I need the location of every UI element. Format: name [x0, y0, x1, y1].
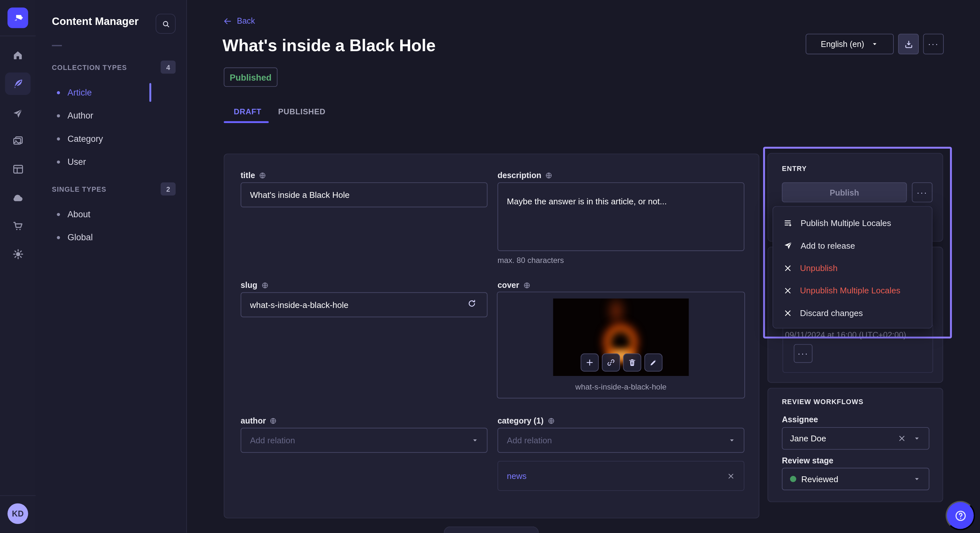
ellipsis-icon: ··· [928, 40, 939, 48]
link-icon [606, 358, 616, 367]
menu-item-label: Unpublish Multiple Locales [800, 286, 900, 295]
globe-icon [523, 281, 530, 289]
assignee-select[interactable]: Jane Doe [782, 427, 929, 449]
chevron-down-icon [913, 434, 921, 443]
chevron-down-icon [913, 475, 921, 484]
bullet-icon [57, 114, 60, 117]
main-sidebar: KD [0, 0, 36, 533]
media-icon [12, 135, 24, 148]
field-label-description: description [498, 170, 552, 180]
add-asset-button[interactable] [581, 354, 599, 372]
menu-item-unpublish-multiple-locales[interactable]: Unpublish Multiple Locales [773, 279, 932, 301]
menu-item-label: Discard changes [800, 308, 863, 318]
review-stage-select[interactable]: Reviewed [782, 468, 929, 490]
download-button[interactable] [898, 34, 919, 54]
label-text: category (1) [498, 416, 544, 425]
header-more-button[interactable]: ··· [923, 34, 944, 54]
sidebar-item-article[interactable]: Article [57, 84, 169, 101]
nav-item-label: About [67, 209, 91, 219]
close-icon [727, 473, 735, 481]
bullet-icon [57, 160, 60, 163]
tab-published[interactable]: PUBLISHED [278, 108, 325, 116]
menu-item-add-to-release[interactable]: Add to release [773, 234, 932, 257]
menu-item-publish-multiple-locales[interactable]: Publish Multiple Locales [773, 212, 932, 234]
bullet-icon [57, 213, 60, 216]
layout-icon [12, 163, 24, 176]
sidebar-item-releases[interactable] [5, 102, 30, 124]
globe-icon [547, 417, 555, 424]
strapi-logo[interactable] [8, 8, 28, 28]
sidebar-item-cloud[interactable] [5, 186, 30, 209]
sidebar-item-media-library[interactable] [5, 130, 30, 152]
menu-item-discard-changes[interactable]: Discard changes [773, 301, 932, 324]
bullet-icon [57, 91, 60, 94]
relation-link[interactable]: news [507, 471, 527, 481]
menu-item-unpublish[interactable]: Unpublish [773, 257, 932, 279]
ellipsis-icon: ··· [917, 188, 928, 196]
content-manager-sidebar: Content Manager COLLECTION TYPES 4 Artic… [36, 0, 187, 533]
sidebar-item-author[interactable]: Author [57, 107, 169, 124]
sidebar-item-home[interactable] [5, 44, 30, 66]
entry-more-button[interactable]: ··· [912, 182, 933, 202]
sidebar-item-settings[interactable] [5, 243, 30, 265]
sidebar-item-marketplace[interactable] [5, 215, 30, 237]
help-button[interactable] [946, 501, 975, 530]
slug-input[interactable] [240, 292, 487, 317]
stage-status-dot [790, 476, 796, 482]
collection-types-count: 4 [161, 60, 176, 73]
tab-draft[interactable]: DRAFT [234, 108, 261, 116]
bullet-icon [57, 137, 60, 140]
nav-item-label: Global [67, 232, 93, 242]
field-label-category: category (1) [498, 416, 555, 425]
home-icon [12, 49, 24, 61]
copy-link-button[interactable] [602, 354, 620, 372]
tab-active-underline [224, 121, 269, 123]
delete-asset-button[interactable] [623, 354, 641, 372]
search-button[interactable] [156, 14, 176, 34]
sidebar-item-global[interactable]: Global [57, 228, 169, 246]
field-label-slug: slug [240, 281, 268, 290]
close-icon [783, 308, 792, 318]
sidebar-item-category[interactable]: Category [57, 130, 169, 148]
category-relation-select[interactable]: Add relation [498, 428, 745, 453]
description-textarea[interactable]: Maybe the answer is in this article, or … [498, 182, 745, 251]
rail-divider-top [0, 36, 36, 36]
remove-relation-button[interactable] [727, 471, 735, 481]
edit-asset-button[interactable] [644, 354, 662, 372]
feather-icon [12, 78, 24, 90]
close-icon [783, 286, 792, 295]
back-label: Back [237, 16, 255, 25]
assignee-value: Jane Doe [790, 434, 826, 443]
globe-icon [270, 417, 277, 424]
publish-button[interactable]: Publish [782, 182, 907, 202]
rail-divider-bottom [0, 495, 36, 496]
clear-icon[interactable] [897, 434, 906, 443]
active-item-indicator [150, 83, 151, 102]
field-label-title: title [240, 170, 266, 180]
back-link[interactable]: Back [223, 16, 255, 25]
trash-icon [627, 358, 637, 367]
cover-filename: what-s-inside-a-black-hole [498, 383, 745, 392]
sidebar-item-user[interactable]: User [57, 153, 169, 170]
globe-icon [261, 281, 269, 289]
label-text: title [240, 170, 255, 180]
title-input[interactable] [240, 182, 487, 207]
sidebar-item-about[interactable]: About [57, 205, 169, 223]
field-label-author: author [240, 416, 277, 425]
description-hint: max. 80 characters [498, 256, 564, 265]
regenerate-slug-button[interactable] [467, 298, 477, 309]
select-placeholder: Add relation [507, 436, 552, 445]
sidebar-divider [52, 45, 62, 46]
sidebar-item-content-manager[interactable] [5, 73, 30, 95]
send-icon [12, 107, 24, 119]
globe-icon [545, 171, 552, 179]
chevron-down-icon [727, 436, 736, 444]
user-avatar[interactable]: KD [8, 503, 28, 524]
release-more-button[interactable]: ··· [794, 344, 813, 363]
locale-select[interactable]: English (en) [806, 34, 894, 54]
send-icon [783, 240, 793, 250]
select-placeholder: Add relation [250, 436, 295, 445]
sidebar-item-content-type-builder[interactable] [5, 158, 30, 180]
menu-item-label: Publish Multiple Locales [800, 218, 891, 228]
author-relation-select[interactable]: Add relation [240, 428, 487, 453]
